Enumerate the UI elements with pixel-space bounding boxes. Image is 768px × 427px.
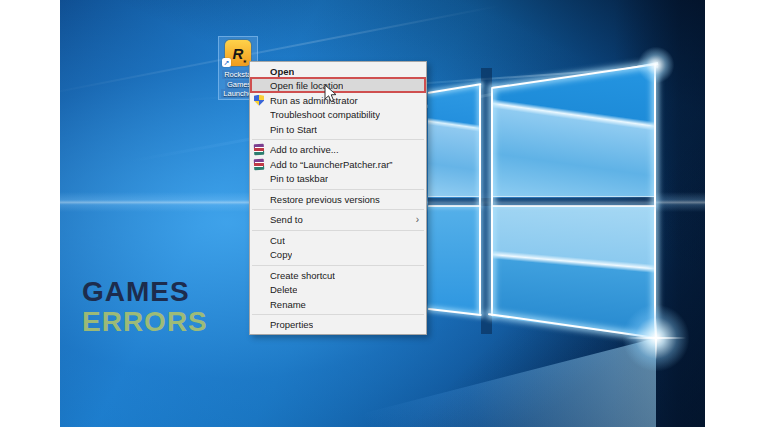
watermark-line-errors: ERRORS [82,307,208,337]
menu-item-rename[interactable]: Rename [250,297,426,312]
menu-separator [252,189,424,190]
menu-item-label: Open [270,66,294,77]
menu-separator [252,265,424,266]
menu-separator [252,139,424,140]
logo-edge-glow [492,196,656,197]
menu-item-label: Add to “LauncherPatcher.rar” [270,159,393,170]
mouse-cursor-icon [324,84,338,104]
menu-item-label: Cut [270,235,285,246]
logo-bottom-light-fan [310,338,656,427]
menu-separator [252,209,424,210]
screenshot-page: GAMES ERRORS R ★ ↗ Rockstar Games Launch… [0,0,768,427]
flare-ray-vertical [655,318,657,360]
menu-item-label: Pin to taskbar [270,173,328,184]
uac-shield-icon [254,95,264,106]
watermark-line-games: GAMES [82,277,208,307]
logo-edge-glow [492,205,656,207]
rockstar-star-icon: ★ [243,58,247,64]
menu-item-label: Send to [270,214,303,225]
red-annotation-box [250,77,426,93]
menu-item-restore-previous-versions[interactable]: Restore previous versions [250,192,426,207]
shortcut-arrow-icon: ↗ [222,58,231,67]
logo-corner-flare-top [638,47,674,83]
menu-item-create-shortcut[interactable]: Create shortcut [250,268,426,283]
menu-item-label: Properties [270,319,313,330]
logo-edge-glow [479,84,481,315]
menu-item-label: Add to archive... [270,144,339,155]
menu-separator [252,314,424,315]
menu-item-add-to-launcherpatcher-rar[interactable]: Add to “LauncherPatcher.rar” [250,157,426,172]
menu-item-label: Pin to Start [270,124,317,135]
menu-item-properties[interactable]: Properties [250,318,426,333]
menu-item-label: Run as administrator [270,95,358,106]
winrar-icon [254,144,265,156]
menu-item-label: Troubleshoot compatibility [270,109,380,120]
menu-item-troubleshoot-compatibility[interactable]: Troubleshoot compatibility [250,108,426,123]
menu-item-label: Create shortcut [270,270,335,281]
menu-item-label: Copy [270,249,292,260]
menu-item-run-as-administrator[interactable]: Run as administrator [250,93,426,108]
logo-edge-glow [654,64,656,338]
menu-item-send-to[interactable]: Send to› [250,213,426,228]
menu-item-copy[interactable]: Copy [250,248,426,263]
menu-item-add-to-archive[interactable]: Add to archive... [250,143,426,158]
menu-separator [252,230,424,231]
logo-edge-glow [491,87,493,316]
winrar-icon [254,158,265,170]
menu-item-pin-to-taskbar[interactable]: Pin to taskbar [250,172,426,187]
menu-item-delete[interactable]: Delete [250,283,426,298]
menu-item-label: Rename [270,299,306,310]
logo-edge-glow [428,205,481,207]
menu-item-cut[interactable]: Cut [250,233,426,248]
menu-item-label: Restore previous versions [270,194,380,205]
menu-item-pin-to-start[interactable]: Pin to Start [250,122,426,137]
logo-edge-glow [428,196,481,197]
windows-logo-pane-bottom-left [428,206,481,315]
submenu-chevron-icon: › [416,215,419,225]
windows-logo-pane-top-left [428,84,481,197]
menu-item-label: Delete [270,284,297,295]
context-menu: OpenOpen file locationRun as administrat… [249,61,427,335]
games-errors-watermark: GAMES ERRORS [82,277,208,337]
